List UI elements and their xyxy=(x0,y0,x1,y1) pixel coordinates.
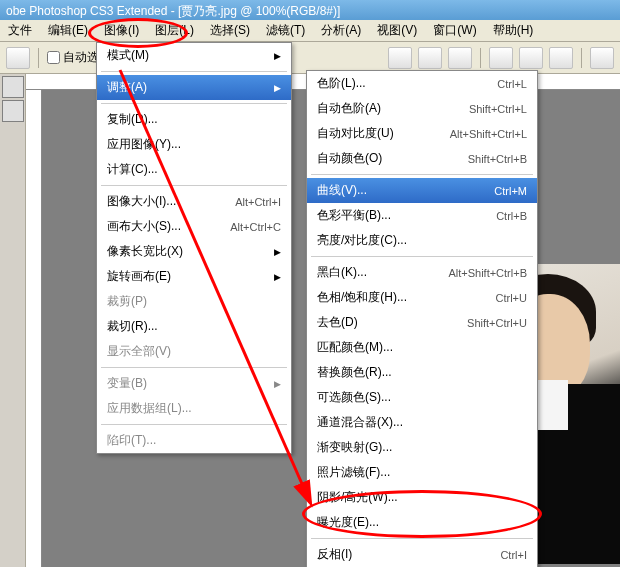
menu-variables: 变量(B)▶ xyxy=(97,371,291,396)
menu-hue-saturation[interactable]: 色相/饱和度(H)...Ctrl+U xyxy=(307,285,537,310)
menu-trap: 陷印(T)... xyxy=(97,428,291,453)
menu-separator xyxy=(101,424,287,425)
menu-auto-levels[interactable]: 自动色阶(A)Shift+Ctrl+L xyxy=(307,96,537,121)
submenu-arrow-icon: ▶ xyxy=(274,379,281,389)
menu-levels[interactable]: 色阶(L)...Ctrl+L xyxy=(307,71,537,96)
image-menu-dropdown: 模式(M)▶ 调整(A)▶ 复制(D)... 应用图像(Y)... 计算(C).… xyxy=(96,42,292,454)
tools-palette xyxy=(0,74,26,567)
menu-selective-color[interactable]: 可选颜色(S)... xyxy=(307,385,537,410)
menu-select[interactable]: 选择(S) xyxy=(206,20,254,41)
menu-analyze[interactable]: 分析(A) xyxy=(317,20,365,41)
menu-brightness-contrast[interactable]: 亮度/对比度(C)... xyxy=(307,228,537,253)
menu-calculations[interactable]: 计算(C)... xyxy=(97,157,291,182)
menu-help[interactable]: 帮助(H) xyxy=(489,20,538,41)
menu-desaturate[interactable]: 去色(D)Shift+Ctrl+U xyxy=(307,310,537,335)
menu-image-size[interactable]: 图像大小(I)...Alt+Ctrl+I xyxy=(97,189,291,214)
title-bar: obe Photoshop CS3 Extended - [贾乃亮.jpg @ … xyxy=(0,0,620,20)
align-button[interactable] xyxy=(388,47,412,69)
ruler-vertical xyxy=(26,90,42,567)
adjustments-submenu: 色阶(L)...Ctrl+L 自动色阶(A)Shift+Ctrl+L 自动对比度… xyxy=(306,70,538,567)
distribute-button[interactable] xyxy=(590,47,614,69)
menu-exposure[interactable]: 曝光度(E)... xyxy=(307,510,537,535)
distribute-button[interactable] xyxy=(519,47,543,69)
menu-window[interactable]: 窗口(W) xyxy=(429,20,480,41)
menu-photo-filter[interactable]: 照片滤镜(F)... xyxy=(307,460,537,485)
menu-black-white[interactable]: 黑白(K)...Alt+Shift+Ctrl+B xyxy=(307,260,537,285)
menu-rotate-canvas[interactable]: 旋转画布(E)▶ xyxy=(97,264,291,289)
menu-shadow-highlight[interactable]: 阴影/高光(W)... xyxy=(307,485,537,510)
menu-crop: 裁剪(P) xyxy=(97,289,291,314)
separator xyxy=(38,48,39,68)
submenu-arrow-icon: ▶ xyxy=(274,51,281,61)
menu-auto-color[interactable]: 自动颜色(O)Shift+Ctrl+B xyxy=(307,146,537,171)
align-button[interactable] xyxy=(448,47,472,69)
menu-apply-dataset: 应用数据组(L)... xyxy=(97,396,291,421)
menu-separator xyxy=(101,103,287,104)
tool-preset-button[interactable] xyxy=(6,47,30,69)
menu-edit[interactable]: 编辑(E) xyxy=(44,20,92,41)
menu-curves[interactable]: 曲线(V)...Ctrl+M xyxy=(307,178,537,203)
menu-bar: 文件 编辑(E) 图像(I) 图层(L) 选择(S) 滤镜(T) 分析(A) 视… xyxy=(0,20,620,42)
menu-canvas-size[interactable]: 画布大小(S)...Alt+Ctrl+C xyxy=(97,214,291,239)
menu-separator xyxy=(311,538,533,539)
menu-auto-contrast[interactable]: 自动对比度(U)Alt+Shift+Ctrl+L xyxy=(307,121,537,146)
submenu-arrow-icon: ▶ xyxy=(274,83,281,93)
menu-channel-mixer[interactable]: 通道混合器(X)... xyxy=(307,410,537,435)
menu-pixel-aspect[interactable]: 像素长宽比(X)▶ xyxy=(97,239,291,264)
menu-separator xyxy=(101,185,287,186)
menu-separator xyxy=(101,71,287,72)
menu-file[interactable]: 文件 xyxy=(4,20,36,41)
menu-image[interactable]: 图像(I) xyxy=(100,20,143,41)
separator xyxy=(581,48,582,68)
menu-duplicate[interactable]: 复制(D)... xyxy=(97,107,291,132)
menu-color-balance[interactable]: 色彩平衡(B)...Ctrl+B xyxy=(307,203,537,228)
align-button[interactable] xyxy=(418,47,442,69)
menu-filter[interactable]: 滤镜(T) xyxy=(262,20,309,41)
separator xyxy=(480,48,481,68)
menu-layer[interactable]: 图层(L) xyxy=(151,20,198,41)
menu-apply-image[interactable]: 应用图像(Y)... xyxy=(97,132,291,157)
menu-gradient-map[interactable]: 渐变映射(G)... xyxy=(307,435,537,460)
menu-reveal-all: 显示全部(V) xyxy=(97,339,291,364)
auto-select-cb[interactable] xyxy=(47,51,60,64)
app-title: obe Photoshop CS3 Extended - [贾乃亮.jpg @ … xyxy=(6,4,340,18)
menu-mode[interactable]: 模式(M)▶ xyxy=(97,43,291,68)
submenu-arrow-icon: ▶ xyxy=(274,247,281,257)
submenu-arrow-icon: ▶ xyxy=(274,272,281,282)
distribute-button[interactable] xyxy=(549,47,573,69)
menu-separator xyxy=(311,256,533,257)
distribute-button[interactable] xyxy=(489,47,513,69)
menu-view[interactable]: 视图(V) xyxy=(373,20,421,41)
menu-trim[interactable]: 裁切(R)... xyxy=(97,314,291,339)
menu-separator xyxy=(101,367,287,368)
menu-match-color[interactable]: 匹配颜色(M)... xyxy=(307,335,537,360)
tool-button[interactable] xyxy=(2,76,24,98)
menu-adjustments[interactable]: 调整(A)▶ xyxy=(97,75,291,100)
menu-separator xyxy=(311,174,533,175)
tool-button[interactable] xyxy=(2,100,24,122)
menu-invert[interactable]: 反相(I)Ctrl+I xyxy=(307,542,537,567)
menu-replace-color[interactable]: 替换颜色(R)... xyxy=(307,360,537,385)
